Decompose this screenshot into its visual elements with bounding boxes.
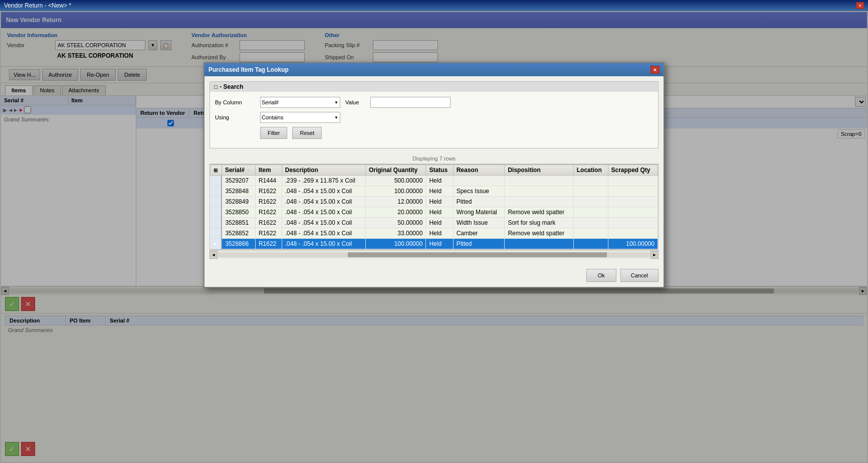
window-close-button[interactable]: × (856, 2, 864, 9)
cell-disposition (505, 176, 573, 186)
cell-orig-qty: 33.00000 (365, 228, 425, 239)
modal-ok-button[interactable]: Ok (586, 269, 616, 282)
row-selector-arrow: ► (213, 241, 219, 247)
th-description: Description (282, 165, 365, 176)
table-scroll-track[interactable] (218, 252, 650, 257)
table-header: ⊞ Serial#↕ Item Description Original Qua… (210, 165, 658, 176)
th-serial: Serial#↕ (222, 165, 255, 176)
using-wrapper: Contains Starts With Equals (260, 112, 340, 123)
cell-description: .239 - .269 x 11.875 x Coil (282, 176, 365, 186)
table-icon[interactable]: ⊞ (213, 168, 218, 173)
row-select-cell (210, 197, 222, 207)
cell-status: Held (426, 228, 453, 239)
cell-scrapped-qty (608, 186, 658, 197)
table-row[interactable]: 3529207 R1444 .239 - .269 x 11.875 x Coi… (210, 176, 658, 186)
reset-button[interactable]: Reset (292, 127, 322, 139)
th-scrapped-qty: Scrapped Qty (608, 165, 658, 176)
table-row[interactable]: 3528851 R1622 .048 - .054 x 15.00 x Coil… (210, 218, 658, 228)
cell-disposition: Remove weld spatter (505, 207, 573, 218)
main-window: New Vendor Return Vendor Information Ven… (0, 11, 868, 463)
cell-disposition (505, 186, 573, 197)
cell-description: .048 - .054 x 15.00 x Coil (282, 228, 365, 239)
cell-item: R1622 (255, 186, 282, 197)
table-row[interactable]: 3528850 R1622 .048 - .054 x 15.00 x Coil… (210, 207, 658, 218)
search-header[interactable]: □ - Search (210, 82, 658, 92)
cell-disposition (505, 239, 573, 249)
cell-location (573, 186, 608, 197)
cell-scrapped-qty (608, 218, 658, 228)
th-status: Status (426, 165, 453, 176)
cell-location (573, 197, 608, 207)
cell-reason: Wrong Material (453, 207, 505, 218)
cell-scrapped-qty (608, 228, 658, 239)
table-row[interactable]: 3528852 R1622 .048 - .054 x 15.00 x Coil… (210, 228, 658, 239)
cell-status: Held (426, 197, 453, 207)
cell-status: Held (426, 207, 453, 218)
cell-status: Held (426, 218, 453, 228)
th-item: Item (255, 165, 282, 176)
search-header-label: - Search (220, 83, 243, 90)
table-row[interactable]: ► 3528866 R1622 .048 - .054 x 15.00 x Co… (210, 239, 658, 249)
modal-overlay: Purchased Item Tag Lookup × □ - Search B… (1, 12, 867, 462)
cell-description: .048 - .054 x 15.00 x Coil (282, 186, 365, 197)
cell-serial: 3528849 (222, 197, 255, 207)
table-scroll-right[interactable]: ► (650, 251, 659, 259)
table-h-scroll[interactable]: ◄ ► (209, 250, 659, 259)
using-label: Using (215, 114, 255, 120)
window-title-bar: Vendor Return - <New> * × (0, 0, 868, 11)
sort-arrow-serial: ↕ (247, 168, 249, 173)
th-disposition: Disposition (505, 165, 573, 176)
cell-scrapped-qty: 100.00000 (608, 239, 658, 249)
window-title-text: Vendor Return - <New> * (4, 2, 71, 9)
cell-reason: Pitted (453, 239, 505, 249)
by-column-label: By Column (215, 99, 255, 105)
modal-dialog: Purchased Item Tag Lookup × □ - Search B… (203, 62, 665, 288)
cell-orig-qty: 20.00000 (365, 207, 425, 218)
search-value-input[interactable] (370, 97, 451, 108)
cell-reason: Pitted (453, 197, 505, 207)
cell-item: R1622 (255, 207, 282, 218)
cell-scrapped-qty (608, 207, 658, 218)
value-label: Value (345, 99, 365, 105)
cell-item: R1622 (255, 239, 282, 249)
cell-disposition: Remove weld spatter (505, 228, 573, 239)
cell-location (573, 218, 608, 228)
modal-footer: Ok Cancel (204, 264, 664, 287)
cell-item: R1444 (255, 176, 282, 186)
cell-location (573, 207, 608, 218)
by-column-select[interactable]: Serial# Item Description Status Reason (260, 97, 340, 108)
cell-serial: 3528866 (222, 239, 255, 249)
table-row[interactable]: 3528849 R1622 .048 - .054 x 15.00 x Coil… (210, 197, 658, 207)
cell-location (573, 228, 608, 239)
modal-cancel-button[interactable]: Cancel (620, 269, 659, 282)
cell-reason (453, 176, 505, 186)
th-location: Location (573, 165, 608, 176)
search-collapse-icon: □ (214, 83, 218, 90)
row-select-cell (210, 228, 222, 239)
cell-scrapped-qty (608, 176, 658, 186)
search-section: □ - Search By Column Serial# Item (209, 81, 659, 148)
row-select-cell (210, 207, 222, 218)
cell-scrapped-qty (608, 197, 658, 207)
cell-reason: Width Issue (453, 218, 505, 228)
row-select-cell (210, 176, 222, 186)
modal-body: □ - Search By Column Serial# Item (204, 76, 664, 264)
cell-item: R1622 (255, 218, 282, 228)
modal-title-bar: Purchased Item Tag Lookup × (204, 63, 664, 76)
cell-reason: Camber (453, 228, 505, 239)
table-scroll-left[interactable]: ◄ (209, 251, 218, 259)
row-select-cell (210, 218, 222, 228)
cell-status: Held (426, 176, 453, 186)
cell-location (573, 239, 608, 249)
modal-close-button[interactable]: × (650, 66, 660, 74)
table-body: 3529207 R1444 .239 - .269 x 11.875 x Coi… (210, 176, 658, 249)
cell-orig-qty: 12.00000 (365, 197, 425, 207)
table-row[interactable]: 3528848 R1622 .048 - .054 x 15.00 x Coil… (210, 186, 658, 197)
cell-serial: 3528851 (222, 218, 255, 228)
using-select[interactable]: Contains Starts With Equals (260, 112, 340, 123)
table-scroll-thumb (348, 252, 607, 257)
search-body: By Column Serial# Item Description Statu… (210, 92, 658, 148)
filter-button[interactable]: Filter (260, 127, 287, 139)
cell-reason: Specs Issue (453, 186, 505, 197)
cell-orig-qty: 100.00000 (365, 239, 425, 249)
